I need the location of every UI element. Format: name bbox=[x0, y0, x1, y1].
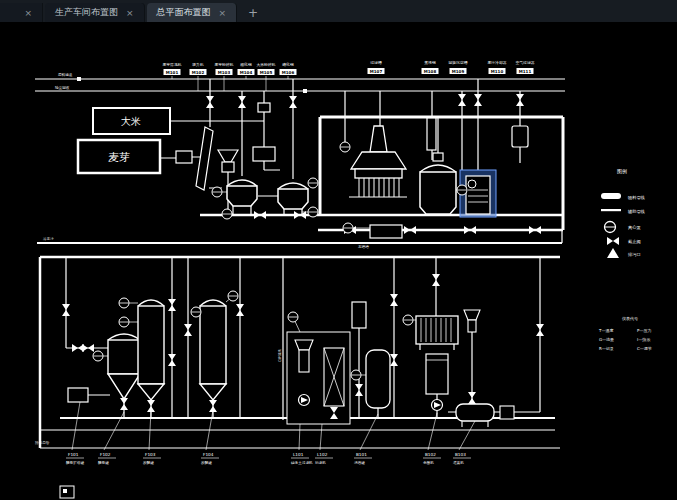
svg-text:B101: B101 bbox=[356, 452, 367, 457]
brewhouse-equipment-labels: 过滤槽 煮沸锅 回旋沉淀槽 麦汁冷却器 空气过滤器 M107 M108 M109… bbox=[368, 60, 535, 74]
valve-symbol bbox=[607, 237, 619, 245]
svg-text:发酵罐: 发酵罐 bbox=[201, 460, 212, 465]
tab-partial[interactable]: × bbox=[0, 3, 43, 22]
close-icon[interactable]: × bbox=[126, 8, 134, 18]
tab-bar: × 生产车间布置图 × 总平面布置图 × + bbox=[0, 0, 677, 23]
svg-text:物料管线: 物料管线 bbox=[627, 195, 646, 201]
svg-text:冷麦汁: 冷麦汁 bbox=[43, 237, 54, 241]
tab-workshop-layout[interactable]: 生产车间布置图 × bbox=[45, 3, 145, 22]
svg-text:麦芽粉碎机: 麦芽粉碎机 bbox=[215, 62, 234, 67]
svg-text:大米粉碎机: 大米粉碎机 bbox=[257, 62, 276, 67]
malt-feeder bbox=[176, 151, 192, 163]
close-icon[interactable]: × bbox=[219, 8, 227, 18]
svg-text:M103: M103 bbox=[218, 70, 231, 75]
svg-text:F102: F102 bbox=[100, 452, 111, 457]
svg-text:空气过滤器: 空气过滤器 bbox=[516, 60, 535, 65]
svg-text:L101: L101 bbox=[293, 452, 304, 457]
svg-text:精滤机: 精滤机 bbox=[315, 460, 326, 465]
tab-label: 总平面布置图 bbox=[157, 6, 211, 19]
fermenter-2 bbox=[200, 300, 226, 400]
equipment bbox=[60, 103, 528, 498]
svg-text:T—温度: T—温度 bbox=[598, 328, 613, 333]
mash-kettle-1 bbox=[227, 180, 257, 206]
svg-text:M109: M109 bbox=[452, 69, 465, 74]
svg-text:CIP清洗: CIP清洗 bbox=[278, 349, 282, 362]
svg-text:发酵罐: 发酵罐 bbox=[143, 460, 154, 465]
svg-text:G—流量: G—流量 bbox=[599, 337, 614, 342]
aux-box bbox=[500, 406, 514, 419]
svg-text:酵母罐: 酵母罐 bbox=[98, 460, 109, 465]
pid-drawing: 大米 麦芽 原料输送 除尘回收 麦芽筛选机 提升机 麦芽粉碎机 糊化锅 大米粉碎… bbox=[0, 22, 677, 500]
dosing-vessel bbox=[426, 354, 448, 394]
thick-pipe-symbol bbox=[601, 193, 621, 199]
svg-text:M105: M105 bbox=[260, 70, 273, 75]
svg-text:F103: F103 bbox=[145, 452, 156, 457]
svg-text:原料输送: 原料输送 bbox=[58, 73, 73, 77]
svg-text:M102: M102 bbox=[192, 70, 205, 75]
buffer-tank bbox=[352, 302, 366, 328]
mill-hopper bbox=[218, 150, 238, 172]
svg-text:截止阀: 截止阀 bbox=[628, 239, 641, 245]
drawing-canvas[interactable]: 大米 麦芽 原料输送 除尘回收 麦芽筛选机 提升机 麦芽粉碎机 糊化锅 大米粉碎… bbox=[0, 22, 677, 500]
svg-text:排污总管: 排污总管 bbox=[35, 440, 50, 445]
tab-site-plan[interactable]: 总平面布置图 × bbox=[147, 3, 238, 22]
svg-text:F101: F101 bbox=[68, 452, 79, 457]
top-equipment-labels: 麦芽筛选机 提升机 麦芽粉碎机 糊化锅 大米粉碎机 糖化锅 M101 M102 … bbox=[163, 62, 297, 91]
horizontal-tank bbox=[456, 404, 494, 427]
svg-text:M107: M107 bbox=[370, 69, 383, 74]
mash-kettle-2 bbox=[278, 183, 308, 209]
filter-skid bbox=[287, 332, 350, 424]
title-block-box bbox=[60, 486, 74, 498]
fermenter-1 bbox=[138, 300, 164, 400]
svg-text:灌装机: 灌装机 bbox=[453, 460, 464, 465]
bucket-elevator bbox=[196, 127, 213, 190]
svg-text:离心泵: 离心泵 bbox=[628, 225, 641, 230]
svg-text:I—指示: I—指示 bbox=[637, 337, 650, 343]
air-filter bbox=[512, 126, 528, 147]
svg-text:糊化锅: 糊化锅 bbox=[240, 62, 252, 67]
svg-text:B103: B103 bbox=[455, 452, 466, 457]
svg-text:麦糟槽: 麦糟槽 bbox=[358, 245, 369, 249]
svg-text:B102: B102 bbox=[425, 452, 436, 457]
svg-text:排污口: 排污口 bbox=[628, 252, 641, 257]
svg-text:过滤槽: 过滤槽 bbox=[370, 60, 382, 65]
bottom-equipment-labels: F101 酵母扩培罐 F102 酵母罐 F103 发酵罐 F104 发酵罐 L1… bbox=[66, 402, 475, 465]
cad-window: × 生产车间布置图 × 总平面布置图 × + bbox=[0, 0, 677, 500]
co2-column bbox=[427, 118, 436, 150]
dust-box bbox=[258, 103, 270, 112]
instrument-table-title: 仪表代号 bbox=[622, 316, 638, 321]
instrument-code-table: 仪表代号 T—温度 G—流量 R—记录 P—压力 I—指示 C—调节 bbox=[598, 316, 652, 351]
svg-text:麦芽筛选机: 麦芽筛选机 bbox=[163, 62, 182, 67]
scale-hopper bbox=[253, 147, 275, 161]
svg-text:清酒罐: 清酒罐 bbox=[354, 461, 365, 465]
filler-funnel bbox=[464, 310, 480, 332]
svg-text:硅藻土过滤机: 硅藻土过滤机 bbox=[290, 460, 313, 465]
tab-label: 生产车间布置图 bbox=[55, 6, 118, 19]
yeast-pump-box bbox=[68, 388, 88, 402]
whirlpool bbox=[420, 153, 456, 214]
new-tab-button[interactable]: + bbox=[239, 3, 267, 22]
thin-pipe-symbol bbox=[601, 209, 621, 211]
svg-text:辅助管线: 辅助管线 bbox=[627, 209, 646, 215]
pump-symbol bbox=[605, 222, 616, 233]
wort-kettle bbox=[349, 126, 407, 197]
close-icon[interactable]: × bbox=[24, 8, 32, 18]
svg-text:M108: M108 bbox=[424, 69, 437, 74]
yeast-tank bbox=[108, 334, 140, 399]
feed-line-labels: 原料输送 除尘回收 bbox=[55, 73, 73, 90]
svg-text:R—记录: R—记录 bbox=[599, 346, 614, 351]
symbol-legend: 图例 物料管线 辅助管线 离心泵 截止阀 排污口 bbox=[601, 168, 646, 258]
svg-text:除尘回收: 除尘回收 bbox=[55, 85, 70, 90]
drain-symbol bbox=[607, 248, 619, 258]
spent-grain-tank bbox=[370, 225, 402, 238]
svg-text:C—调节: C—调节 bbox=[637, 346, 652, 351]
svg-text:P—压力: P—压力 bbox=[637, 328, 651, 333]
pasteurizer bbox=[416, 316, 458, 350]
svg-text:提升机: 提升机 bbox=[192, 62, 204, 67]
svg-text:F104: F104 bbox=[203, 452, 214, 457]
svg-text:煮沸锅: 煮沸锅 bbox=[424, 60, 436, 65]
svg-text:麦汁冷却器: 麦汁冷却器 bbox=[488, 60, 507, 65]
malt-label: 麦芽 bbox=[108, 151, 130, 164]
svg-text:M110: M110 bbox=[491, 69, 504, 74]
rice-label: 大米 bbox=[121, 116, 141, 127]
